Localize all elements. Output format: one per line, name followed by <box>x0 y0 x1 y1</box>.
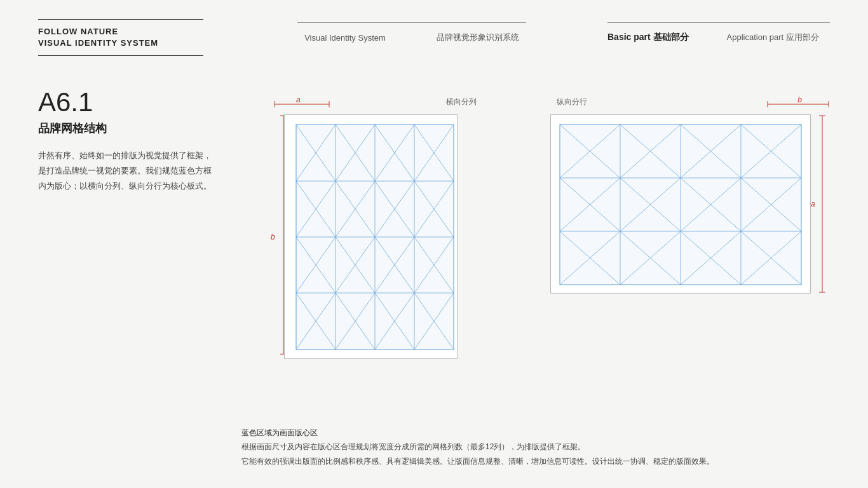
nav-link-cn[interactable]: 品牌视觉形象识别系统 <box>437 32 519 43</box>
caption-line2: 根据画面尺寸及内容在版心区合理规划将宽度分成所需的网格列数（最多12列），为排版… <box>241 441 830 453</box>
label-b-landscape: b <box>797 95 802 104</box>
section-desc: 井然有序、始终如一的排版为视觉提供了框架，是打造品牌统一视觉的要素。我们规范蓝色… <box>38 149 216 194</box>
diagrams-area: a 横向分列 b <box>241 83 830 424</box>
portrait-grid-box <box>284 114 458 359</box>
nav-right-links: Basic part 基础部分 Application part 应用部分 <box>607 32 819 43</box>
nav-links: Visual Identity System 品牌视觉形象识别系统 <box>304 32 519 43</box>
nav-center: Visual Identity System 品牌视觉形象识别系统 <box>216 19 607 43</box>
nav-application-part[interactable]: Application part 应用部分 <box>727 32 819 43</box>
landscape-grid-box <box>550 114 811 294</box>
label-b-portrait: b <box>271 233 275 241</box>
diagram-right: 纵向分行 b <box>550 95 830 294</box>
nav-link-en[interactable]: Visual Identity System <box>304 33 386 43</box>
page: FOLLOW NATURE VISUAL IDENTITY SYSTEM Vis… <box>0 0 868 488</box>
section-number: A6.1 <box>38 89 216 116</box>
caption-area: 蓝色区域为画面版心区 根据画面尺寸及内容在版心区合理规划将宽度分成所需的网格列数… <box>241 424 830 475</box>
nav-right-line <box>607 22 830 23</box>
diagram-left: a 横向分列 b <box>261 95 458 359</box>
landscape-grid-svg <box>551 115 811 294</box>
content: A6.1 品牌网格结构 井然有序、始终如一的排版为视觉提供了框架，是打造品牌统一… <box>38 83 830 475</box>
nav-right: Basic part 基础部分 Application part 应用部分 <box>607 19 830 43</box>
caption-line1: 蓝色区域为画面版心区 <box>241 428 830 438</box>
brand-top-line <box>38 19 203 20</box>
nav-center-line <box>297 22 526 23</box>
header: FOLLOW NATURE VISUAL IDENTITY SYSTEM Vis… <box>0 0 868 83</box>
dim-arrow-a-right <box>817 114 827 294</box>
label-a-portrait: a <box>296 95 301 104</box>
label-vert: 纵向分行 <box>557 97 587 107</box>
label-a-landscape: a <box>811 200 815 208</box>
dim-arrow-a-top <box>273 98 330 111</box>
brand-logo: FOLLOW NATURE VISUAL IDENTITY SYSTEM <box>38 19 216 56</box>
left-panel: A6.1 品牌网格结构 井然有序、始终如一的排版为视觉提供了框架，是打造品牌统一… <box>38 89 216 194</box>
brand-name-line1: FOLLOW NATURE <box>38 26 216 37</box>
brand-name-line2: VISUAL IDENTITY SYSTEM <box>38 37 216 49</box>
label-horiz: 横向分列 <box>446 97 477 107</box>
section-title: 品牌网格结构 <box>38 121 216 136</box>
nav-basic-part[interactable]: Basic part 基础部分 <box>607 32 689 43</box>
caption-line3: 它能有效的强调出版面的比例感和秩序感、具有逻辑辑美感。让版面信息规整、清晰，增加… <box>241 456 830 468</box>
brand-bottom-line <box>38 55 203 56</box>
portrait-grid-svg <box>285 115 466 360</box>
